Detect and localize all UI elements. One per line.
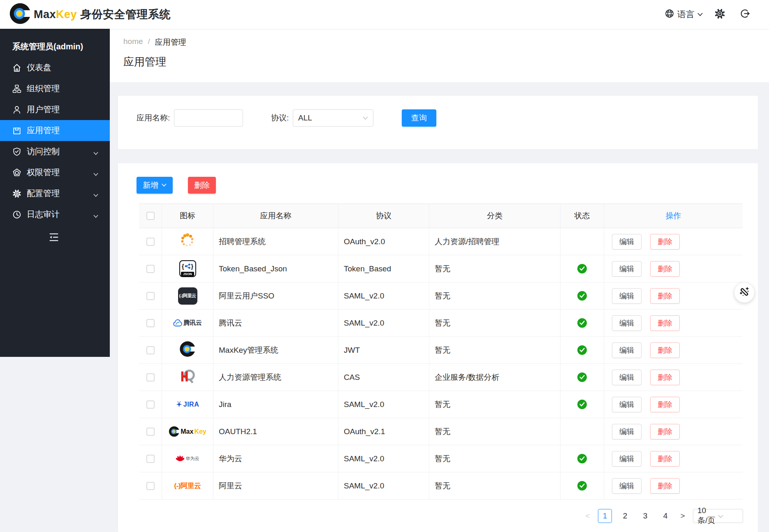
settings-button[interactable]	[713, 0, 727, 29]
col-header-protocol: 协议	[338, 204, 429, 228]
delete-row-button[interactable]: 删除	[650, 234, 680, 250]
sidebar: 系统管理员(admin) 仪表盘 组织管理 用户管理 应用管理 访问控制 权限管…	[0, 29, 110, 357]
sidebar-item-label: 用户管理	[27, 104, 60, 115]
breadcrumb-home[interactable]: home	[123, 37, 143, 48]
edit-button[interactable]: 编辑	[612, 424, 642, 439]
edit-button[interactable]: 编辑	[612, 315, 642, 331]
pagination-pages: 1234	[598, 509, 672, 523]
pentagon-icon	[12, 168, 21, 177]
delete-row-button[interactable]: 删除	[650, 288, 680, 304]
bulk-delete-button[interactable]: 删除	[188, 177, 216, 194]
gear-icon	[714, 8, 725, 21]
sidebar-item-org[interactable]: 组织管理	[0, 78, 110, 99]
delete-row-button[interactable]: 删除	[650, 478, 680, 494]
sidebar-item-dashboard[interactable]: 仪表盘	[0, 57, 110, 78]
sidebar-item-access[interactable]: 访问控制	[0, 141, 110, 162]
table-header-row: 图标 应用名称 协议 分类 状态 操作	[139, 204, 743, 228]
table-row: MaxKey OAUTH2.1 OAuth_v2.1 暂无 编辑 删除	[139, 418, 743, 445]
language-switcher[interactable]: 语言	[665, 0, 703, 29]
sidebar-item-label: 组织管理	[27, 83, 60, 94]
table-row: 招聘管理系统 OAuth_v2.0 人力资源/招聘管理 编辑 删除	[139, 228, 743, 255]
delete-row-button[interactable]: 删除	[650, 261, 680, 277]
sidebar-item-users[interactable]: 用户管理	[0, 99, 110, 120]
admin-label: 系统管理员(admin)	[0, 29, 110, 57]
col-header-name: 应用名称	[213, 204, 338, 228]
logout-button[interactable]	[738, 0, 752, 29]
app-name: 人力资源管理系统	[213, 364, 338, 391]
edit-button[interactable]: 编辑	[612, 261, 642, 277]
sidebar-item-audit[interactable]: 日志审计	[0, 204, 110, 225]
app-category: 暂无	[429, 445, 561, 472]
delete-row-button[interactable]: 删除	[650, 342, 680, 358]
theme-wand-button[interactable]	[734, 283, 754, 303]
select-all-checkbox[interactable]	[146, 212, 155, 220]
chevron-down-icon	[93, 192, 98, 195]
edit-button[interactable]: 编辑	[612, 370, 642, 385]
app-name-input[interactable]	[174, 109, 243, 127]
row-checkbox[interactable]	[146, 292, 155, 300]
app-protocol: SAML_v2.0	[338, 310, 429, 336]
protocol-label: 协议:	[271, 109, 289, 127]
edit-button[interactable]: 编辑	[612, 342, 642, 358]
filter-card: 应用名称: 协议: ALL 查询	[118, 96, 758, 149]
edit-button[interactable]: 编辑	[612, 478, 642, 494]
protocol-select[interactable]: ALL	[293, 109, 373, 127]
clock-icon	[12, 210, 21, 219]
row-checkbox[interactable]	[146, 455, 155, 463]
delete-row-button[interactable]: 删除	[650, 315, 680, 331]
edit-button[interactable]: 编辑	[612, 234, 642, 250]
edit-button[interactable]: 编辑	[612, 288, 642, 304]
app-category: 暂无	[429, 391, 561, 418]
row-checkbox[interactable]	[146, 400, 155, 409]
row-checkbox[interactable]	[146, 346, 155, 354]
col-header-category: 分类	[429, 204, 561, 228]
table-card: 新增 删除 图标 应用名称 协议 分类 状态 操作 招聘管理系统 OAuth_v…	[118, 163, 758, 532]
status-active-icon	[577, 372, 587, 382]
row-checkbox[interactable]	[146, 265, 155, 273]
delete-row-button[interactable]: 删除	[650, 397, 680, 412]
table-row: 腾讯云 腾讯云 SAML_v2.0 暂无 编辑 删除	[139, 310, 743, 337]
row-checkbox[interactable]	[146, 482, 155, 490]
app-protocol: OAuth_v2.1	[338, 418, 429, 445]
status-active-icon	[577, 454, 587, 463]
globe-icon	[665, 9, 674, 20]
app-protocol: SAML_v2.0	[338, 445, 429, 472]
add-button-label: 新增	[143, 180, 158, 191]
table-row: {}JSON Token_Based_Json Token_Based 暂无 编…	[139, 255, 743, 282]
app-category: 人力资源/招聘管理	[429, 228, 561, 255]
page-button-3[interactable]: 3	[638, 509, 652, 523]
page-size-select[interactable]: 10 条/页	[693, 509, 743, 523]
chevron-down-icon	[718, 511, 739, 520]
menu-fold-icon[interactable]	[48, 231, 60, 243]
col-header-status: 状态	[561, 204, 604, 228]
app-category: 暂无	[429, 310, 561, 336]
app-name: 阿里云	[213, 472, 338, 499]
delete-row-button[interactable]: 删除	[650, 451, 680, 467]
delete-row-button[interactable]: 删除	[650, 424, 680, 439]
status-active-icon	[577, 264, 587, 273]
search-button[interactable]: 查询	[402, 109, 436, 127]
sidebar-item-label: 权限管理	[27, 167, 60, 178]
row-checkbox[interactable]	[146, 238, 155, 246]
prev-page-button[interactable]: <	[584, 511, 592, 520]
row-checkbox[interactable]	[146, 428, 155, 436]
brand: MaxKey 身份安全管理系统	[9, 0, 171, 29]
edit-button[interactable]: 编辑	[612, 451, 642, 467]
breadcrumb-band: home / 应用管理 应用管理	[110, 29, 769, 82]
row-checkbox[interactable]	[146, 373, 155, 382]
row-checkbox[interactable]	[146, 319, 155, 327]
sidebar-item-apps[interactable]: 应用管理	[0, 120, 110, 141]
user-icon	[12, 105, 21, 114]
page-button-4[interactable]: 4	[658, 509, 672, 523]
page-size-value: 10 条/页	[697, 506, 718, 526]
edit-button[interactable]: 编辑	[612, 397, 642, 412]
sidebar-item-config[interactable]: 配置管理	[0, 183, 110, 204]
sidebar-item-permission[interactable]: 权限管理	[0, 162, 110, 183]
page-button-1[interactable]: 1	[598, 509, 612, 523]
next-page-button[interactable]: >	[679, 511, 687, 520]
add-button[interactable]: 新增	[137, 177, 173, 194]
page-button-2[interactable]: 2	[618, 509, 632, 523]
sidebar-item-label: 访问控制	[27, 146, 60, 157]
app-category: 暂无	[429, 255, 561, 282]
delete-row-button[interactable]: 删除	[650, 370, 680, 385]
